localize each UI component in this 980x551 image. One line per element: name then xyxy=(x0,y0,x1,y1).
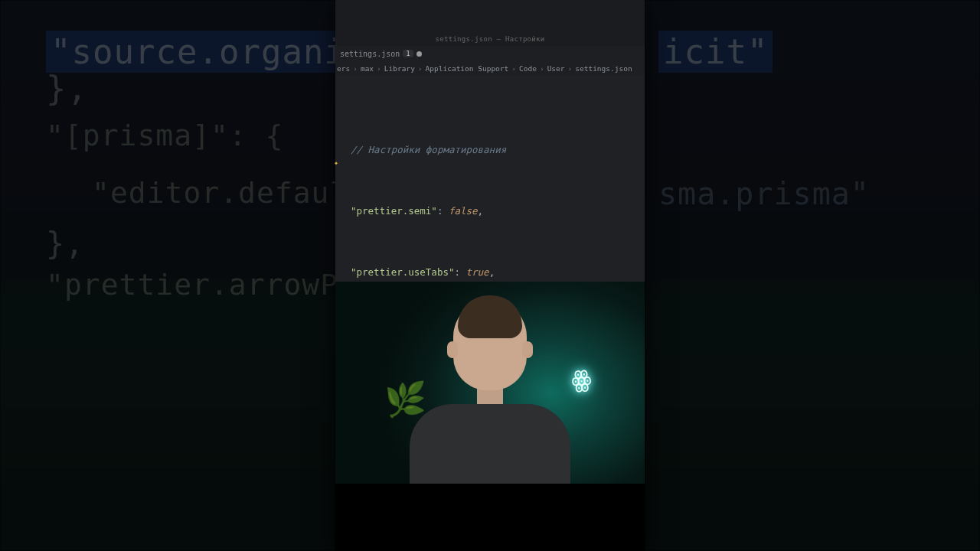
window-titlebar: settings.json — Настройки xyxy=(335,0,645,46)
tab-filename: settings.json xyxy=(340,50,400,58)
json-key: "prettier.useTabs" xyxy=(351,266,454,278)
json-value: false xyxy=(449,205,478,217)
webcam-panel: 🌿 ꙮ xyxy=(335,282,645,484)
ghost-code-line: "source.organi xyxy=(46,31,350,73)
json-value: true xyxy=(466,266,489,278)
ghost-code-line: "editor.defaul xyxy=(92,176,348,210)
tab-bar: settings.json 1 xyxy=(335,46,645,61)
ghost-code-line: "[prisma]": { xyxy=(46,119,283,152)
chevron-right-icon: › xyxy=(540,64,544,73)
bg-right-blur xyxy=(645,0,980,551)
json-key: "prettier.semi" xyxy=(351,205,437,217)
chevron-right-icon: › xyxy=(353,64,358,73)
ghost-code-line: }, xyxy=(46,226,84,261)
breadcrumb-item[interactable]: Application Support xyxy=(426,64,509,73)
bottom-black-bar xyxy=(335,484,645,551)
breadcrumb-item[interactable]: Code xyxy=(519,64,537,73)
ghost-code-line: }, xyxy=(46,69,88,108)
breadcrumb-item[interactable]: ers xyxy=(337,64,350,73)
ghost-code-line: "prettier.arrowP xyxy=(46,268,338,302)
breadcrumb-item[interactable]: Library xyxy=(384,64,415,73)
sparkle-gutter-icon[interactable]: ✦ xyxy=(334,155,338,171)
presenter-silhouette xyxy=(410,300,570,484)
breadcrumb[interactable]: ers› max› Library› Application Support› … xyxy=(335,61,645,75)
chevron-right-icon: › xyxy=(511,64,516,73)
titlebar-hint: settings.json — Настройки xyxy=(436,35,545,43)
breadcrumb-item[interactable]: max xyxy=(361,64,374,73)
code-comment: // Настройки форматирования xyxy=(351,144,506,155)
chevron-right-icon: › xyxy=(418,64,423,73)
neon-sign-icon: ꙮ xyxy=(570,365,592,393)
chevron-right-icon: › xyxy=(377,64,381,73)
ghost-code-line: sma.prisma" xyxy=(658,176,870,211)
tab-settings-json[interactable]: settings.json 1 xyxy=(335,46,426,61)
tab-problems-badge: 1 xyxy=(403,50,413,57)
breadcrumb-item[interactable]: settings.json xyxy=(575,64,632,73)
tab-unsaved-dot-icon xyxy=(416,51,422,57)
chevron-right-icon: › xyxy=(568,64,573,73)
ghost-code-line: icit" xyxy=(658,31,773,73)
breadcrumb-item[interactable]: User xyxy=(547,64,565,73)
